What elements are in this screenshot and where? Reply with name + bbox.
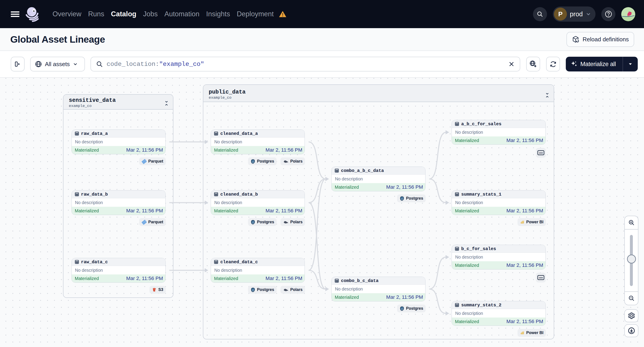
svg-text:csv: csv xyxy=(539,152,543,154)
svg-text:csv: csv xyxy=(539,277,543,279)
